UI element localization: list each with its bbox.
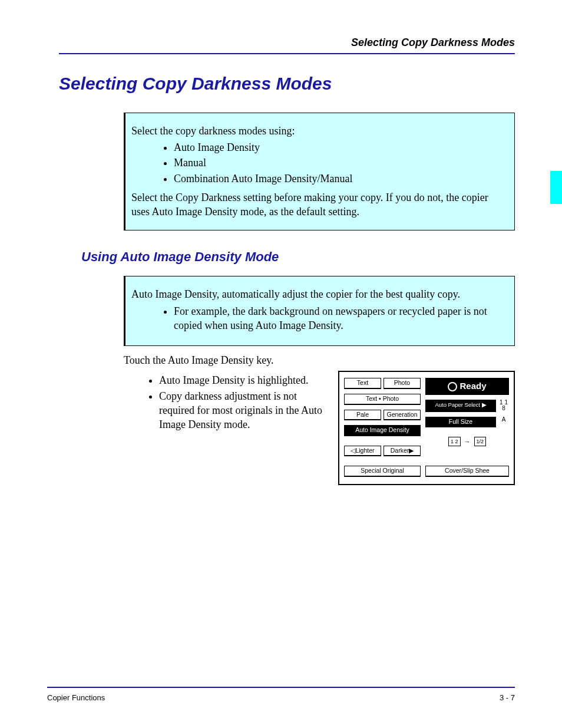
- panel-auto-image-density-button: Auto Image Density: [344, 425, 421, 436]
- panel-special-original-button: Special Original: [344, 466, 421, 477]
- panel-auto-paper-select-button: Auto Paper Select ▶: [425, 400, 496, 412]
- instruction-bullet: Copy darkness adjustment is not required…: [159, 389, 328, 432]
- callout-aid-item: For example, the dark background on news…: [174, 304, 505, 333]
- footer-section: Copier Functions: [47, 693, 105, 703]
- section-heading: Using Auto Image Density Mode: [81, 248, 515, 266]
- panel-paper-num: 1 1 8: [498, 400, 509, 412]
- callout-modes: Select the copy darkness modes using: Au…: [124, 113, 515, 230]
- panel-photo-button: Photo: [384, 378, 421, 389]
- callout-aid: Auto Image Density, automatically adjust…: [124, 276, 515, 346]
- instruction-bullet: Auto Image Density is highlighted.: [159, 373, 328, 387]
- scale-src: 1 2: [448, 437, 461, 446]
- scale-dst: 1/2: [474, 437, 487, 446]
- ready-ring-icon: [448, 382, 457, 391]
- panel-generation-button: Generation: [384, 410, 421, 421]
- panel-scale-row: 1 2 → 1/2: [425, 437, 509, 446]
- ready-label: Ready: [459, 380, 486, 392]
- arrow-right-icon: →: [464, 437, 471, 446]
- panel-textphoto-button: Text • Photo: [344, 394, 421, 405]
- callout-aid-intro: Auto Image Density, automatically adjust…: [131, 287, 505, 301]
- mode-item: Combination Auto Image Density/Manual: [174, 172, 505, 186]
- copier-panel-illustration: Text Photo Text • Photo Pale Generation …: [338, 371, 515, 485]
- mode-item: Auto Image Density: [174, 140, 505, 154]
- panel-ready-indicator: Ready: [425, 378, 509, 394]
- panel-pale-button: Pale: [344, 410, 381, 421]
- panel-cover-slip-button: Cover/Slip Shee: [425, 466, 509, 477]
- callout-modes-intro: Select the copy darkness modes using:: [131, 124, 505, 138]
- panel-full-size-button: Full Size: [425, 417, 496, 428]
- page-title: Selecting Copy Darkness Modes: [59, 72, 515, 96]
- panel-text-button: Text: [344, 378, 381, 389]
- page-footer: Copier Functions 3 - 7: [47, 687, 515, 703]
- panel-size-letter: A: [498, 417, 509, 428]
- footer-page-number: 3 - 7: [500, 693, 515, 703]
- instruction-text: Touch the Auto Image Density key.: [124, 353, 515, 367]
- mode-item: Manual: [174, 156, 505, 170]
- running-header: Selecting Copy Darkness Modes: [59, 35, 515, 54]
- panel-lighter-button: ◁Lighter: [344, 446, 381, 457]
- callout-modes-outro: Select the Copy Darkness setting before …: [131, 190, 505, 219]
- panel-darker-button: Darker▶: [384, 446, 421, 457]
